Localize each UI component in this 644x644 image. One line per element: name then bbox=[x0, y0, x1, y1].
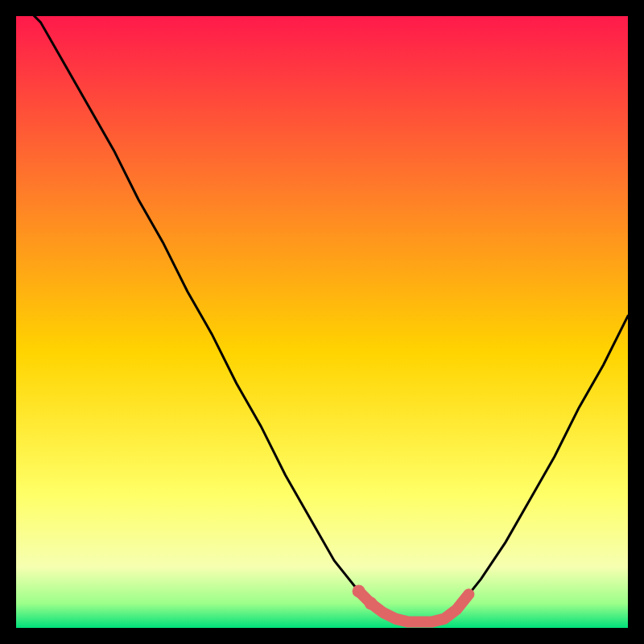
bottleneck-chart bbox=[16, 16, 628, 628]
chart-frame: TheBottleneck.com bbox=[16, 16, 628, 628]
highlight-dot bbox=[365, 597, 378, 610]
gradient-background bbox=[16, 16, 628, 628]
highlight-dot bbox=[353, 584, 365, 597]
